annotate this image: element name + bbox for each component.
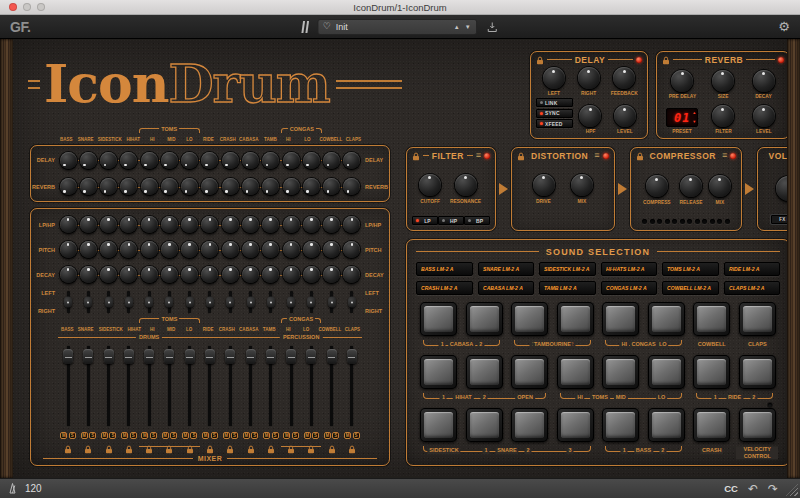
preset-name[interactable]: Init <box>336 22 449 32</box>
pitch-knob[interactable] <box>303 241 320 258</box>
filter-resonance-knob[interactable] <box>455 174 477 196</box>
fader-handle[interactable] <box>185 349 195 364</box>
lp-hp-knob[interactable] <box>80 216 97 233</box>
volume-fader[interactable] <box>168 346 171 426</box>
fader-handle[interactable] <box>225 349 235 364</box>
delay-send-knob[interactable] <box>120 152 137 169</box>
reverb-send-knob[interactable] <box>60 178 77 195</box>
fader-handle[interactable] <box>63 349 73 364</box>
delay-hpf-knob[interactable] <box>579 105 601 127</box>
sound-slot-cowbell-lm-2-a[interactable]: COWBELL LM-2 A <box>662 281 719 295</box>
pan-handle[interactable] <box>247 297 255 308</box>
decay-knob[interactable] <box>181 266 198 283</box>
pan-slider[interactable] <box>168 291 171 313</box>
sound-slot-sidestick-lm-2-a[interactable]: SIDESTICK LM-2 A <box>539 262 596 276</box>
delay-send-knob[interactable] <box>100 152 117 169</box>
lp-hp-knob[interactable] <box>120 216 137 233</box>
pan-handle[interactable] <box>307 297 315 308</box>
drum-pad[interactable] <box>511 355 548 389</box>
fader-handle[interactable] <box>306 349 316 364</box>
channel-lock-icon[interactable] <box>247 440 255 458</box>
mute-button[interactable]: M <box>324 432 331 439</box>
delay-send-knob[interactable] <box>303 152 320 169</box>
preset-selector[interactable]: ♡ Init ▲ ▼ <box>317 19 477 35</box>
distortion-drive-knob[interactable] <box>533 174 555 196</box>
fader-handle[interactable] <box>205 349 215 364</box>
channel-lock-icon[interactable] <box>84 440 92 458</box>
filter-cutoff-knob[interactable] <box>419 174 441 196</box>
sound-slot-tamb-lm-2-a[interactable]: TAMB LM-2 A <box>539 281 596 295</box>
mute-button[interactable]: M <box>81 432 88 439</box>
drum-pad[interactable] <box>466 302 503 336</box>
filter-power-led[interactable] <box>484 153 490 159</box>
drum-pad[interactable] <box>557 355 594 389</box>
drum-pad[interactable] <box>511 408 548 442</box>
pan-handle[interactable] <box>64 297 72 308</box>
toggle-sync[interactable]: SYNC <box>536 109 573 118</box>
solo-button[interactable]: S <box>332 432 339 439</box>
filter-mode-bp[interactable]: BP <box>464 216 490 225</box>
sound-slot-congas-lm-2-a[interactable]: CONGAS LM-2 A <box>601 281 658 295</box>
lp-hp-knob[interactable] <box>323 216 340 233</box>
pan-slider[interactable] <box>67 291 70 313</box>
reverb-send-knob[interactable] <box>283 178 300 195</box>
drum-pad[interactable] <box>648 302 685 336</box>
zoom-button[interactable] <box>37 3 45 11</box>
pan-slider[interactable] <box>350 291 353 313</box>
sound-slot-claps-lm-2-a[interactable]: CLAPS LM-2 A <box>724 281 781 295</box>
reverb-send-knob[interactable] <box>161 178 178 195</box>
mute-button[interactable]: M <box>141 432 148 439</box>
lp-hp-knob[interactable] <box>201 216 218 233</box>
drum-pad[interactable] <box>511 302 548 336</box>
pitch-knob[interactable] <box>141 241 158 258</box>
mute-button[interactable]: M <box>60 432 67 439</box>
drum-pad[interactable] <box>693 302 730 336</box>
preset-prev-icon[interactable]: ▲ <box>454 24 460 30</box>
pan-handle[interactable] <box>125 297 133 308</box>
distortion-menu-icon[interactable]: ≡ <box>594 151 599 160</box>
drum-pad[interactable] <box>693 408 730 442</box>
drum-pad[interactable] <box>602 355 639 389</box>
solo-button[interactable]: S <box>130 432 137 439</box>
decay-knob[interactable] <box>141 266 158 283</box>
sound-slot-crash-lm-2-a[interactable]: CRASH LM-2 A <box>416 281 473 295</box>
fader-handle[interactable] <box>327 349 337 364</box>
delay-left-knob[interactable] <box>543 67 565 89</box>
volume-fader[interactable] <box>127 346 130 426</box>
solo-button[interactable]: S <box>109 432 116 439</box>
pan-slider[interactable] <box>127 291 130 313</box>
delay-right-knob[interactable] <box>578 67 600 89</box>
pan-handle[interactable] <box>165 297 173 308</box>
pitch-knob[interactable] <box>222 241 239 258</box>
decay-knob[interactable] <box>303 266 320 283</box>
reverb-send-knob[interactable] <box>141 178 158 195</box>
mute-button[interactable]: M <box>223 432 230 439</box>
save-preset-icon[interactable] <box>486 21 498 33</box>
preset-next-icon[interactable]: ▼ <box>465 24 471 30</box>
compressor-power-led[interactable] <box>730 153 736 159</box>
channel-lock-icon[interactable] <box>186 440 194 458</box>
delay-send-knob[interactable] <box>343 152 360 169</box>
decay-knob[interactable] <box>80 266 97 283</box>
decay-knob[interactable] <box>343 266 360 283</box>
reverb-size-knob[interactable] <box>712 70 734 92</box>
pan-slider[interactable] <box>269 291 272 313</box>
lp-hp-knob[interactable] <box>343 216 360 233</box>
sound-slot-snare-lm-2-a[interactable]: SNARE LM-2 A <box>478 262 535 276</box>
reverb-send-knob[interactable] <box>303 178 320 195</box>
fader-handle[interactable] <box>144 349 154 364</box>
sound-slot-toms-lm-2-a[interactable]: TOMS LM-2 A <box>662 262 719 276</box>
solo-button[interactable]: S <box>353 432 360 439</box>
compressor-release-knob[interactable] <box>680 175 702 197</box>
lp-hp-knob[interactable] <box>262 216 279 233</box>
sound-slot-bass-lm-2-a[interactable]: BASS LM-2 A <box>416 262 473 276</box>
drum-pad[interactable] <box>466 408 503 442</box>
drum-pad[interactable] <box>602 408 639 442</box>
pitch-knob[interactable] <box>242 241 259 258</box>
channel-lock-icon[interactable] <box>125 440 133 458</box>
decay-knob[interactable] <box>262 266 279 283</box>
reverb-send-knob[interactable] <box>120 178 137 195</box>
delay-send-knob[interactable] <box>201 152 218 169</box>
lp-hp-knob[interactable] <box>242 216 259 233</box>
distortion-mix-knob[interactable] <box>571 174 593 196</box>
